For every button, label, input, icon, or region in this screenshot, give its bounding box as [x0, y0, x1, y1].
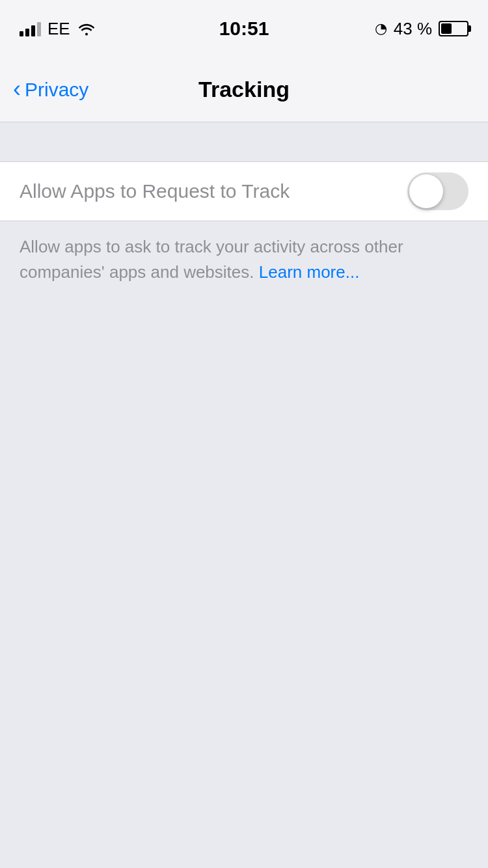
- battery-percent: 43 %: [394, 19, 432, 39]
- back-button[interactable]: ‹ Privacy: [13, 79, 88, 101]
- chevron-left-icon: ‹: [13, 77, 21, 101]
- tracking-description: Allow apps to ask to track your activity…: [0, 221, 488, 305]
- wifi-icon: [77, 21, 96, 36]
- page-title: Tracking: [198, 77, 290, 102]
- allow-tracking-toggle[interactable]: [407, 172, 468, 210]
- carrier-label: EE: [47, 19, 70, 39]
- nav-bar: ‹ Privacy Tracking: [0, 57, 488, 122]
- signal-icon: [20, 21, 41, 36]
- status-left: EE: [20, 19, 96, 39]
- allow-tracking-label: Allow Apps to Request to Track: [20, 180, 290, 202]
- tracking-settings-section: Allow Apps to Request to Track: [0, 161, 488, 221]
- battery-icon: [439, 21, 468, 36]
- toggle-knob: [409, 174, 443, 208]
- allow-tracking-row: Allow Apps to Request to Track: [0, 162, 488, 221]
- status-right: ◔ 43 %: [375, 19, 468, 39]
- battery-fill: [441, 23, 452, 34]
- back-button-label: Privacy: [25, 79, 88, 101]
- main-content: Allow Apps to Request to Track Allow app…: [0, 122, 488, 708]
- description-text: Allow apps to ask to track your activity…: [20, 234, 468, 285]
- status-bar: EE 10:51 ◔ 43 %: [0, 0, 488, 57]
- learn-more-link[interactable]: Learn more...: [259, 262, 360, 282]
- top-spacer: [0, 122, 488, 161]
- lock-icon: ◔: [375, 20, 387, 37]
- status-time: 10:51: [219, 18, 269, 40]
